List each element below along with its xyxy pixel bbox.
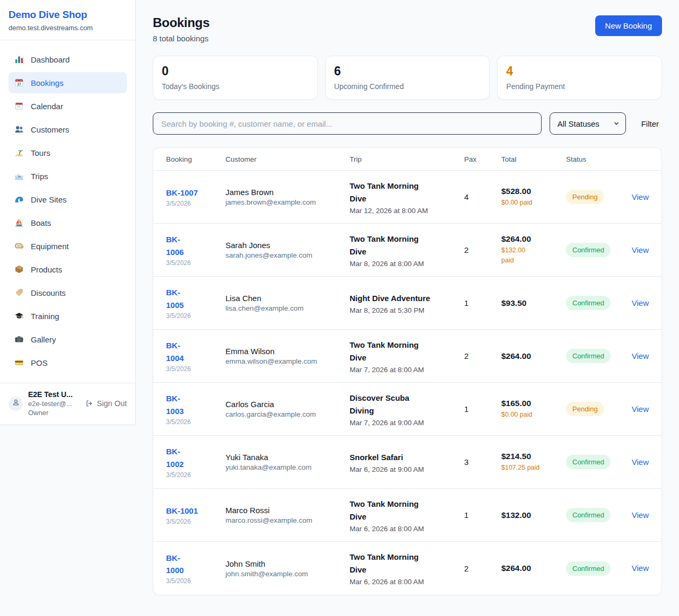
- user-name: E2E Test U...: [28, 390, 80, 399]
- sidebar-item-pos[interactable]: POS: [8, 352, 127, 373]
- sidebar-item-discounts[interactable]: Discounts: [8, 282, 127, 303]
- sidebar-item-products[interactable]: Products: [8, 259, 127, 280]
- total-cell: $132.00: [501, 511, 566, 520]
- column-header-customer: Customer: [225, 155, 350, 163]
- trip-datetime: Mar 12, 2026 at 8:00 AM: [350, 207, 459, 215]
- trip-cell: Two Tank Morning Dive Mar 8, 2026 at 8:0…: [350, 233, 464, 268]
- booking-cell: BK-1007 3/5/2026: [166, 187, 225, 207]
- logout-icon: [85, 399, 93, 408]
- trip-datetime: Mar 6, 2026 at 9:00 AM: [350, 465, 459, 473]
- stat-card-today-s-bookings: 0 Today's Bookings: [153, 56, 318, 100]
- view-link[interactable]: View: [632, 457, 649, 467]
- booking-id-link[interactable]: BK- 1002: [166, 445, 184, 470]
- filter-button[interactable]: Filter: [641, 119, 659, 128]
- trip-name: Two Tank Morning Dive: [350, 498, 459, 523]
- customer-cell: Emma Wilson emma.wilson@example.com: [225, 347, 350, 365]
- booking-id-link[interactable]: BK- 1003: [166, 392, 184, 417]
- sidebar-item-label: Gallery: [31, 335, 56, 344]
- booking-id-link[interactable]: BK- 1006: [166, 233, 184, 258]
- sidebar: Demo Dive Shop demo.test.divestreams.com…: [0, 0, 136, 425]
- status-cell: Pending: [566, 190, 623, 204]
- booking-id-link[interactable]: BK-1001: [166, 505, 198, 517]
- sidebar-item-boats[interactable]: Boats: [8, 212, 127, 233]
- tag-icon: [14, 288, 24, 297]
- view-link[interactable]: View: [632, 298, 649, 307]
- table-row: BK- 1002 3/5/2026 Yuki Tanaka yuki.tanak…: [153, 436, 661, 489]
- column-header-booking: Booking: [166, 155, 225, 163]
- trip-cell: Two Tank Morning Dive Mar 6, 2026 at 8:0…: [350, 498, 464, 533]
- booking-id-link[interactable]: BK- 1004: [166, 339, 184, 364]
- sign-out-button[interactable]: Sign Out: [85, 399, 127, 408]
- view-link[interactable]: View: [632, 564, 649, 573]
- stat-label: Upcoming Confirmed: [334, 82, 481, 91]
- user-email: e2e-tester@...: [28, 400, 80, 408]
- table-row: BK- 1000 3/5/2026 John Smith john.smith@…: [153, 542, 661, 595]
- view-link[interactable]: View: [632, 511, 649, 520]
- view-link[interactable]: View: [632, 245, 649, 254]
- customer-cell: James Brown james.brown@example.com: [225, 188, 350, 206]
- status-badge: Confirmed: [566, 561, 611, 576]
- paid-amount: $132.00 paid: [501, 245, 566, 266]
- sidebar-item-training[interactable]: Training: [8, 305, 127, 327]
- booking-cell: BK- 1003 3/5/2026: [166, 392, 225, 426]
- search-input[interactable]: [153, 112, 542, 135]
- new-booking-button[interactable]: New Booking: [595, 15, 662, 36]
- trip-name: Two Tank Morning Dive: [350, 339, 459, 364]
- sign-out-label: Sign Out: [97, 399, 127, 408]
- booking-id-link[interactable]: BK-1007: [166, 187, 198, 199]
- customer-email: carlos.garcia@example.com: [225, 410, 350, 418]
- calendar-icon: [14, 101, 24, 111]
- calendar-date-icon: 17: [14, 78, 24, 87]
- actions-cell: View: [623, 404, 649, 414]
- main-content: Bookings 8 total bookings New Booking 0 …: [136, 0, 679, 609]
- sidebar-item-dive-sites[interactable]: Dive Sites: [8, 189, 127, 210]
- sidebar-item-tours[interactable]: Tours: [8, 142, 127, 163]
- status-select[interactable]: All Statuses: [550, 112, 626, 135]
- pax-count: 4: [464, 192, 501, 201]
- view-link[interactable]: View: [632, 404, 649, 413]
- shop-name: Demo Dive Shop: [8, 9, 127, 21]
- trip-cell: Two Tank Morning Dive Mar 7, 2026 at 8:0…: [350, 339, 464, 374]
- customer-cell: Marco Rossi marco.rossi@example.com: [225, 506, 350, 524]
- trip-datetime: Mar 8, 2026 at 5:30 PM: [350, 306, 459, 314]
- status-cell: Pending: [566, 402, 623, 416]
- page-subtitle: 8 total bookings: [153, 34, 210, 43]
- bookings-table: Booking Customer Trip Pax Total Status B…: [153, 147, 662, 595]
- total-cell: $214.50 $107.25 paid: [501, 452, 566, 473]
- customer-cell: Yuki Tanaka yuki.tanaka@example.com: [225, 453, 350, 471]
- person-icon: [12, 398, 20, 409]
- sidebar-item-calendar[interactable]: Calendar: [8, 95, 127, 117]
- customer-email: marco.rossi@example.com: [225, 516, 350, 524]
- table-row: BK- 1003 3/5/2026 Carlos Garcia carlos.g…: [153, 383, 661, 436]
- package-icon: [14, 265, 24, 274]
- total-cell: $264.00 $132.00 paid: [501, 234, 566, 266]
- sidebar-item-customers[interactable]: Customers: [8, 119, 127, 140]
- status-cell: Confirmed: [566, 508, 623, 522]
- booking-created-date: 3/5/2026: [166, 418, 225, 426]
- status-cell: Confirmed: [566, 243, 623, 257]
- trip-name: Discover Scuba Diving: [350, 392, 459, 417]
- stat-label: Today's Bookings: [162, 82, 309, 91]
- sidebar-item-equipment[interactable]: Equipment: [8, 235, 127, 257]
- shop-header: Demo Dive Shop demo.test.divestreams.com: [0, 0, 135, 40]
- status-badge: Pending: [566, 402, 604, 416]
- sidebar-item-bookings[interactable]: 17 Bookings: [8, 72, 127, 93]
- actions-cell: View: [623, 351, 649, 361]
- sidebar-item-label: Dashboard: [31, 55, 69, 64]
- sidebar-item-dashboard[interactable]: Dashboard: [8, 49, 127, 70]
- booking-id-link[interactable]: BK- 1005: [166, 286, 184, 311]
- table-body: BK-1007 3/5/2026 James Brown james.brown…: [153, 171, 661, 595]
- view-link[interactable]: View: [632, 351, 649, 360]
- total-cell: $93.50: [501, 298, 566, 308]
- view-link[interactable]: View: [632, 192, 649, 201]
- sidebar-item-trips[interactable]: Trips: [8, 165, 127, 187]
- customer-name: Yuki Tanaka: [225, 453, 350, 462]
- pax-count: 2: [464, 245, 501, 254]
- booking-id-link[interactable]: BK- 1000: [166, 552, 184, 577]
- sidebar-item-gallery[interactable]: Gallery: [8, 329, 127, 350]
- total-amount: $264.00: [501, 564, 566, 573]
- dive-mask-icon: [14, 241, 24, 251]
- pax-count: 2: [464, 564, 501, 573]
- status-badge: Confirmed: [566, 296, 611, 310]
- trip-datetime: Mar 7, 2026 at 9:00 AM: [350, 419, 459, 427]
